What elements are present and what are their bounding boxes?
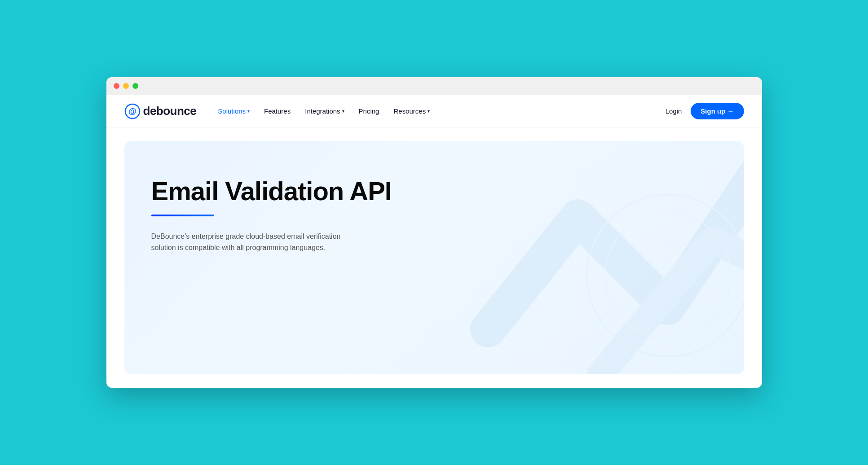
nav-resources[interactable]: Resources ▾ <box>393 107 430 115</box>
hero-description: DeBounce's enterprise grade cloud-based … <box>151 231 367 254</box>
traffic-lights <box>114 83 138 89</box>
hero-background-decoration <box>443 150 744 374</box>
hero-section: Email Validation API DeBounce's enterpri… <box>124 141 744 374</box>
login-button[interactable]: Login <box>665 107 682 115</box>
nav-links: Solutions ▾ Features Integrations ▾ Pric… <box>218 107 665 115</box>
nav-solutions[interactable]: Solutions ▾ <box>218 107 250 115</box>
logo-icon: @ <box>124 103 141 119</box>
solutions-chevron-icon: ▾ <box>247 109 250 114</box>
signup-button[interactable]: Sign up → <box>691 103 744 119</box>
nav-pricing[interactable]: Pricing <box>359 107 379 115</box>
browser-window: @ debounce Solutions ▾ Features Integrat… <box>106 77 762 388</box>
nav-integrations[interactable]: Integrations ▾ <box>305 107 344 115</box>
nav-features[interactable]: Features <box>264 107 291 115</box>
navbar: @ debounce Solutions ▾ Features Integrat… <box>106 95 762 127</box>
traffic-light-yellow[interactable] <box>123 83 129 89</box>
logo[interactable]: @ debounce <box>124 103 197 119</box>
hero-content: Email Validation API DeBounce's enterpri… <box>151 177 421 254</box>
integrations-chevron-icon: ▾ <box>342 109 344 114</box>
hero-underline <box>151 215 214 216</box>
traffic-light-green[interactable] <box>132 83 138 89</box>
browser-content: @ debounce Solutions ▾ Features Integrat… <box>106 95 762 374</box>
svg-text:@: @ <box>128 107 137 116</box>
hero-title: Email Validation API <box>151 177 421 206</box>
logo-text: debounce <box>143 104 197 118</box>
browser-titlebar <box>106 77 762 95</box>
nav-actions: Login Sign up → <box>665 103 744 119</box>
traffic-light-red[interactable] <box>114 83 119 89</box>
resources-chevron-icon: ▾ <box>427 109 430 114</box>
